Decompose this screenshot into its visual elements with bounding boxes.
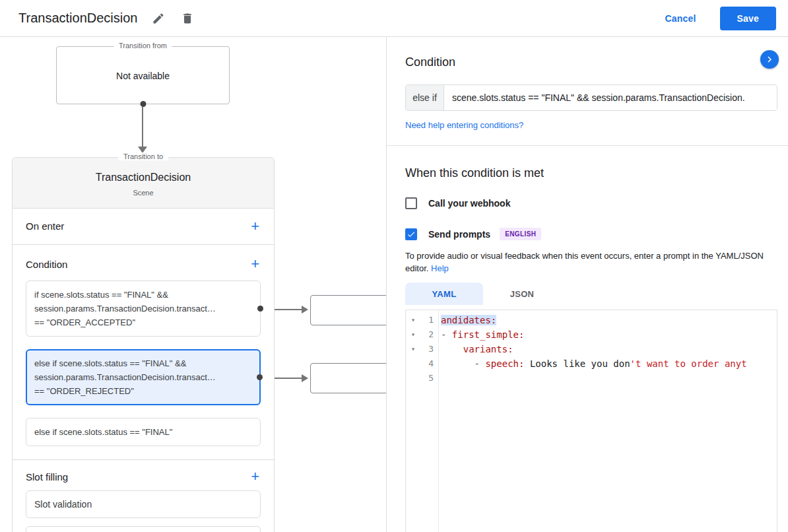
send-prompts-row: Send prompts ENGLISH xyxy=(405,228,777,240)
code-line-1: andidates: xyxy=(441,313,777,327)
line-number: 2 xyxy=(420,327,438,342)
condition-line: session.params.TransactionDecision.trans… xyxy=(34,302,252,316)
transition-to-label: Transition to xyxy=(118,152,168,160)
code-line-2: - first_simple: xyxy=(441,327,777,342)
code-token: - xyxy=(441,329,452,340)
add-on-enter-button[interactable]: + xyxy=(251,220,259,232)
yaml-code-editor: ▾ 1 ▾ 2 ▾ 3 4 5 andidates: - first_simpl xyxy=(405,310,777,532)
condition-help-link[interactable]: Need help entering conditions? xyxy=(405,120,523,130)
transition-from-value: Not available xyxy=(57,71,229,81)
scene-name: TransactionDecision xyxy=(13,171,274,184)
condition-line: else if scene.slots.status == "FINAL" xyxy=(34,425,252,439)
code-line-4: - speech: Looks like you don't want to o… xyxy=(441,356,777,371)
condition-line: if scene.slots.status == "FINAL" && xyxy=(34,288,252,302)
add-condition-button[interactable]: + xyxy=(251,258,259,270)
panel-header: Condition xyxy=(405,54,777,70)
plus-icon: + xyxy=(251,218,259,234)
slot-filling-section-head: Slot filling + xyxy=(13,468,274,485)
fold-toggle-icon[interactable]: ▾ xyxy=(406,327,420,342)
transition-from-label: Transition from xyxy=(114,42,172,50)
condition-line: == "ORDER_ACCEPTED" xyxy=(34,316,252,329)
condition-line: else if scene.slots.status == "FINAL" && xyxy=(34,356,252,370)
gutter-row: ▾ 1 xyxy=(406,313,438,327)
condition-card-final[interactable]: else if scene.slots.status == "FINAL" xyxy=(26,418,261,446)
gutter-row: ▾ 2 xyxy=(406,327,438,342)
condition-line: session.params.TransactionDecision.trans… xyxy=(34,370,252,384)
chevron-right-icon xyxy=(764,53,775,65)
code-area[interactable]: andidates: - first_simple: variants: - s… xyxy=(439,310,777,532)
condition-line: == "ORDER_REJECTED" xyxy=(34,384,252,398)
panel-divider xyxy=(387,145,788,146)
condition-detail-panel: Condition else if Need help entering con… xyxy=(386,37,788,532)
code-token xyxy=(441,344,463,354)
line-number: 4 xyxy=(420,356,438,371)
prompts-description: To provide audio or visual feedback when… xyxy=(405,249,772,275)
transition-from-node[interactable]: Transition from Not available xyxy=(56,46,230,104)
language-badge: ENGLISH xyxy=(500,228,541,240)
connector-dot xyxy=(257,374,263,380)
trash-icon xyxy=(181,12,194,25)
connector-dot xyxy=(140,101,146,107)
on-enter-label: On enter xyxy=(26,220,64,232)
condition-prefix-label: else if xyxy=(406,85,444,110)
webhook-label: Call your webhook xyxy=(428,198,510,209)
gutter-row: 5 xyxy=(406,371,438,385)
fold-toggle-icon[interactable]: ▾ xyxy=(406,342,420,356)
gutter-row: 4 xyxy=(406,356,438,371)
slot-card-partial[interactable] xyxy=(26,526,261,532)
page-title: TransactionDecision xyxy=(18,11,137,26)
line-number: 3 xyxy=(420,342,438,356)
editor-gutter: ▾ 1 ▾ 2 ▾ 3 4 5 xyxy=(406,310,439,532)
when-met-title: When this condition is met xyxy=(405,164,777,182)
slot-validation-card[interactable]: Slot validation xyxy=(26,490,261,518)
panel-title: Condition xyxy=(405,54,777,70)
line-number: 5 xyxy=(420,371,438,385)
transition-arrow-line xyxy=(142,107,143,147)
plus-icon: + xyxy=(251,255,259,272)
pencil-icon xyxy=(152,12,165,25)
tab-yaml[interactable]: YAML xyxy=(405,283,483,305)
code-token: Looks like you don xyxy=(524,358,630,369)
condition-card-rejected[interactable]: else if scene.slots.status == "FINAL" &&… xyxy=(26,349,261,405)
code-line-3: variants: xyxy=(441,342,777,356)
plus-icon: + xyxy=(251,468,259,484)
collapse-panel-button[interactable] xyxy=(760,50,779,69)
send-prompts-label: Send prompts xyxy=(428,229,490,240)
line-number: 1 xyxy=(420,313,438,327)
code-token: variants: xyxy=(463,344,513,354)
prompts-help-link[interactable]: Help xyxy=(431,263,449,273)
condition-card-accepted[interactable]: if scene.slots.status == "FINAL" && sess… xyxy=(26,281,261,337)
code-line-5 xyxy=(441,371,777,385)
edit-title-button[interactable] xyxy=(150,11,166,26)
delete-scene-button[interactable] xyxy=(180,11,195,26)
add-slot-button[interactable]: + xyxy=(251,471,259,482)
condition2-arrow-head xyxy=(302,374,308,382)
editor-tabs: YAML JSON xyxy=(405,283,777,305)
fold-toggle-icon[interactable]: ▾ xyxy=(406,313,420,327)
slot-filling-section: Slot filling + Slot validation xyxy=(13,460,274,532)
cancel-button[interactable]: Cancel xyxy=(665,13,696,24)
code-token: speech: xyxy=(485,358,524,369)
webhook-row: Call your webhook xyxy=(405,197,777,209)
transition-target-node-2[interactable] xyxy=(310,363,386,393)
code-token: first_simple: xyxy=(452,329,525,340)
checkmark-icon xyxy=(407,230,416,239)
prompts-description-text: To provide audio or visual feedback when… xyxy=(405,251,764,273)
webhook-checkbox[interactable] xyxy=(405,197,417,209)
connector-dot xyxy=(257,306,263,312)
scene-canvas: Transition from Not available Transition… xyxy=(0,37,386,532)
tab-json[interactable]: JSON xyxy=(483,283,561,305)
code-token: 't want to order anyt xyxy=(630,358,747,369)
slot-filling-label: Slot filling xyxy=(26,471,68,482)
condition-expression-row: else if xyxy=(405,84,777,111)
condition-expression-input[interactable] xyxy=(444,85,777,110)
transition-target-node-1[interactable] xyxy=(310,295,386,325)
top-bar: TransactionDecision Cancel Save xyxy=(0,0,788,37)
condition-section-head: Condition + xyxy=(13,255,274,273)
condition-section: Condition + if scene.slots.status == "FI… xyxy=(13,245,274,460)
code-token: andidates: xyxy=(441,315,496,325)
save-button[interactable]: Save xyxy=(720,7,777,30)
transition-to-card: Transition to TransactionDecision Scene … xyxy=(12,157,275,532)
scene-header[interactable]: TransactionDecision Scene xyxy=(13,158,274,209)
send-prompts-checkbox[interactable] xyxy=(405,228,417,240)
